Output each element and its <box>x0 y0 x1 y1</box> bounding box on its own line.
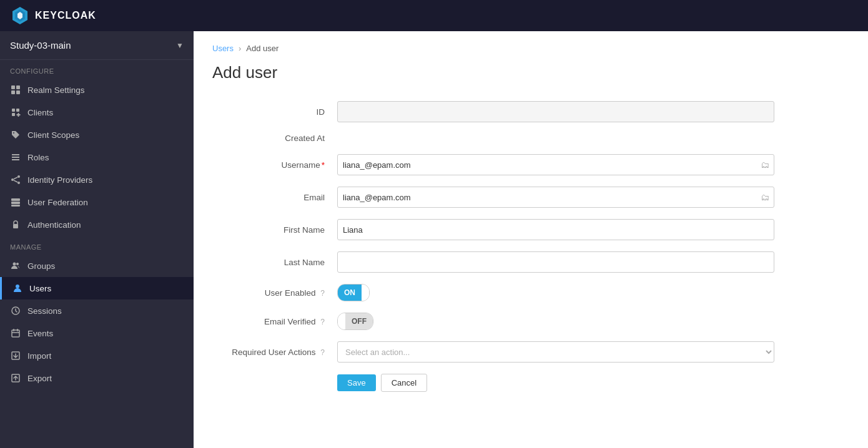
svg-rect-26 <box>12 330 19 337</box>
user-enabled-toggle[interactable]: ON <box>337 284 370 301</box>
email-verified-switch[interactable]: OFF <box>337 313 373 330</box>
realm-selector[interactable]: Study-03-main ▼ <box>0 31 194 60</box>
email-field-icon: 🗂 <box>761 192 769 202</box>
svg-rect-12 <box>12 159 19 160</box>
realm-chevron-icon: ▼ <box>176 41 184 50</box>
sidebar-item-groups[interactable]: Groups <box>0 255 194 277</box>
form-actions: Save Cancel <box>212 374 774 392</box>
svg-rect-5 <box>11 90 15 94</box>
sidebar-item-events[interactable]: Events <box>0 322 194 344</box>
email-label: Email <box>212 193 337 202</box>
svg-rect-20 <box>11 205 20 207</box>
sidebar-item-roles-label: Roles <box>27 153 49 162</box>
user-enabled-switch[interactable]: ON <box>337 284 370 301</box>
id-label: ID <box>212 107 337 117</box>
sidebar-item-export-label: Export <box>27 374 52 383</box>
svg-line-17 <box>14 180 17 182</box>
page-title: Add user <box>212 63 849 82</box>
user-enabled-row: User Enabled ? ON <box>212 284 774 301</box>
tag-icon <box>10 129 21 140</box>
toggle-off-side <box>362 285 369 301</box>
sidebar-item-export[interactable]: Export <box>0 367 194 389</box>
list-icon <box>10 152 21 163</box>
breadcrumb-users-link[interactable]: Users <box>212 44 234 53</box>
email-verified-row: Email Verified ? OFF <box>212 313 774 330</box>
manage-section-label: Manage <box>0 236 194 255</box>
svg-rect-3 <box>11 85 15 89</box>
required-actions-label: Required User Actions ? <box>212 348 337 357</box>
sidebar-item-realm-settings[interactable]: Realm Settings <box>0 79 194 101</box>
sidebar: Study-03-main ▼ Configure Realm Settings… <box>0 31 194 448</box>
sidebar-item-client-scopes-label: Client Scopes <box>27 130 79 140</box>
sidebar-item-groups-label: Groups <box>27 261 55 271</box>
svg-rect-4 <box>16 85 20 89</box>
required-actions-help-icon[interactable]: ? <box>320 348 325 357</box>
sidebar-item-user-federation[interactable]: User Federation <box>0 191 194 213</box>
sidebar-item-sessions-label: Sessions <box>27 306 62 316</box>
email-verified-off-label: OFF <box>345 313 373 329</box>
user-icon <box>12 283 23 294</box>
export-icon <box>10 373 21 384</box>
share-icon <box>10 174 21 185</box>
email-input[interactable] <box>337 187 774 208</box>
grid-icon <box>10 84 21 95</box>
svg-rect-18 <box>11 198 20 201</box>
configure-section-label: Configure <box>0 60 194 79</box>
sidebar-item-import[interactable]: Import <box>0 344 194 367</box>
logo-text: KEYCLOAK <box>35 10 96 21</box>
svg-point-23 <box>16 263 19 265</box>
required-actions-select[interactable]: Select an action... <box>337 341 774 363</box>
sidebar-item-authentication[interactable]: Authentication <box>0 213 194 236</box>
email-row: Email 🗂 <box>212 187 774 208</box>
svg-rect-21 <box>13 224 18 228</box>
sidebar-item-roles[interactable]: Roles <box>0 146 194 168</box>
required-actions-row: Required User Actions ? Select an action… <box>212 341 774 363</box>
sidebar-item-authentication-label: Authentication <box>27 220 81 230</box>
sidebar-item-user-federation-label: User Federation <box>27 198 88 207</box>
breadcrumb: Users › Add user <box>212 44 849 53</box>
svg-point-14 <box>11 178 14 181</box>
svg-point-24 <box>16 285 19 288</box>
id-input[interactable] <box>337 101 774 122</box>
sidebar-item-sessions[interactable]: Sessions <box>0 299 194 322</box>
sidebar-item-client-scopes[interactable]: Client Scopes <box>0 124 194 146</box>
clock-icon <box>10 305 21 316</box>
main-layout: Study-03-main ▼ Configure Realm Settings… <box>0 31 868 448</box>
toggle-on-label: ON <box>338 285 362 301</box>
logo-area: KEYCLOAK <box>10 6 96 26</box>
breadcrumb-current: Add user <box>246 44 279 53</box>
first-name-label: First Name <box>212 225 337 235</box>
topbar: KEYCLOAK <box>0 0 868 31</box>
server-icon <box>10 197 21 208</box>
user-enabled-help-icon[interactable]: ? <box>320 289 325 298</box>
realm-name: Study-03-main <box>10 40 71 51</box>
svg-point-15 <box>17 182 20 184</box>
save-button[interactable]: Save <box>337 374 376 391</box>
svg-point-13 <box>17 175 20 178</box>
first-name-row: First Name <box>212 219 774 240</box>
lock-icon <box>10 219 21 230</box>
user-enabled-label: User Enabled ? <box>212 288 337 298</box>
created-at-row: Created At <box>212 134 774 143</box>
email-verified-help-icon[interactable]: ? <box>320 318 325 326</box>
svg-rect-11 <box>12 157 19 158</box>
first-name-input[interactable] <box>337 219 774 240</box>
keycloak-logo-icon <box>10 6 30 26</box>
cancel-button[interactable]: Cancel <box>381 374 427 392</box>
email-verified-toggle[interactable]: OFF <box>337 313 373 330</box>
svg-line-16 <box>14 177 17 179</box>
sidebar-item-clients[interactable]: Clients <box>0 101 194 124</box>
created-at-label: Created At <box>212 134 337 143</box>
svg-rect-7 <box>12 109 15 112</box>
svg-rect-10 <box>12 154 19 155</box>
username-input[interactable] <box>337 154 774 175</box>
last-name-input[interactable] <box>337 251 774 273</box>
sidebar-item-identity-providers[interactable]: Identity Providers <box>0 168 194 191</box>
sidebar-item-users[interactable]: Users <box>0 277 194 299</box>
sidebar-item-realm-settings-label: Realm Settings <box>27 85 85 95</box>
puzzle-icon <box>10 107 21 118</box>
add-user-form: ID Created At Username* 🗂 Email <box>212 101 774 392</box>
username-field-container: 🗂 <box>337 154 774 175</box>
id-row: ID <box>212 101 774 122</box>
sidebar-item-users-label: Users <box>29 284 51 293</box>
